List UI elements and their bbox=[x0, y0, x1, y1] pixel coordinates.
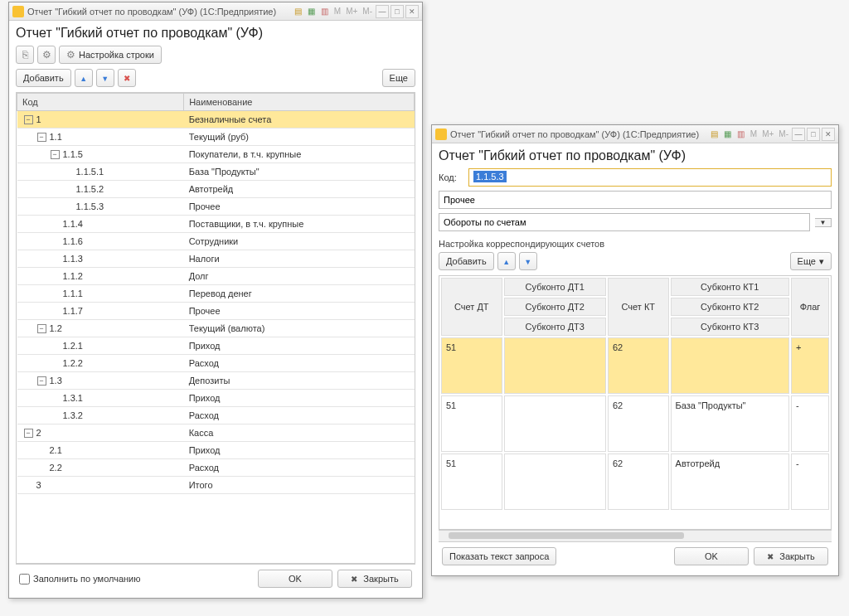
minimize-button[interactable]: — bbox=[376, 5, 389, 18]
minimize-button[interactable]: — bbox=[792, 128, 805, 141]
show-query-button[interactable]: Показать текст запроса bbox=[442, 547, 556, 565]
code-value: 1.1.5.3 bbox=[473, 171, 507, 182]
table-row[interactable]: 1.1.1Перевод денег bbox=[17, 285, 415, 303]
page-icon[interactable]: ▤ bbox=[293, 6, 304, 17]
maximize-button[interactable]: □ bbox=[807, 128, 820, 141]
tree-toggle-icon[interactable]: − bbox=[24, 429, 33, 438]
col-code[interactable]: Код bbox=[17, 94, 184, 111]
row-name: Прочее bbox=[184, 303, 415, 320]
row-code: 2.1 bbox=[50, 445, 62, 455]
col-flag[interactable]: Флаг bbox=[791, 278, 829, 336]
close-button-footer[interactable]: Закрыть bbox=[337, 570, 412, 588]
code-input[interactable]: 1.1.5.3 bbox=[468, 168, 832, 187]
close-button[interactable]: ✕ bbox=[405, 5, 419, 18]
table-row[interactable]: 1.1.7Прочее bbox=[17, 303, 415, 320]
table-row[interactable]: 1.1.5.2Автотрейд bbox=[17, 181, 415, 198]
row-name: Депозиты bbox=[184, 372, 415, 390]
col-sdt1[interactable]: Субконто ДТ1 bbox=[504, 278, 606, 296]
m-button[interactable]: M bbox=[749, 129, 759, 138]
move-up-button[interactable] bbox=[75, 69, 93, 87]
config-button-2[interactable] bbox=[37, 46, 56, 64]
fill-default-checkbox[interactable]: Заполнить по умолчанию bbox=[19, 574, 141, 584]
table-row[interactable]: 1.3.1Приход bbox=[17, 390, 415, 407]
row-settings-button[interactable]: Настройка строки bbox=[59, 46, 162, 64]
accounts-table[interactable]: Счет ДТ Субконто ДТ1 Счет КТ Субконто КТ… bbox=[439, 275, 832, 530]
col-kt[interactable]: Счет КТ bbox=[608, 278, 669, 336]
table-row[interactable]: 5162Автотрейд- bbox=[441, 454, 829, 510]
page-icon[interactable]: ▤ bbox=[709, 129, 720, 140]
more-button[interactable]: Еще bbox=[382, 69, 415, 87]
close-button-footer[interactable]: Закрыть bbox=[754, 547, 828, 565]
cell-dt: 51 bbox=[441, 395, 502, 452]
table-row[interactable]: 1.1.4Поставщики, в т.ч. крупные bbox=[17, 216, 415, 233]
table-row[interactable]: 1.3.2Расход bbox=[17, 407, 415, 424]
row-code: 2 bbox=[36, 428, 41, 438]
table-row[interactable]: −1.1.5Покупатели, в т.ч. крупные bbox=[17, 146, 415, 163]
maximize-button[interactable]: □ bbox=[391, 5, 404, 18]
arrow-up-icon bbox=[502, 256, 510, 266]
table-row[interactable]: 2.2Расход bbox=[17, 459, 415, 477]
m-plus-button[interactable]: M+ bbox=[760, 129, 775, 138]
tree-toggle-icon[interactable]: − bbox=[37, 324, 46, 333]
table-row[interactable]: −2Касса bbox=[17, 424, 415, 442]
table-row[interactable]: 5162База "Продукты"- bbox=[441, 395, 829, 452]
horizontal-scrollbar[interactable] bbox=[439, 530, 832, 541]
table-row[interactable]: −1.1Текущий (руб) bbox=[17, 129, 415, 146]
m-plus-button[interactable]: M+ bbox=[344, 7, 359, 16]
m-minus-button[interactable]: M- bbox=[777, 129, 790, 138]
table-row[interactable]: 1.1.2Долг bbox=[17, 268, 415, 285]
cell-skt: База "Продукты" bbox=[671, 395, 789, 452]
table-row[interactable]: −1Безналичные счета bbox=[17, 111, 415, 129]
table-row[interactable]: 1.2.1Приход bbox=[17, 337, 415, 355]
titlebar[interactable]: Отчет "Гибкий отчет по проводкам" (УФ) (… bbox=[432, 125, 838, 143]
ok-button[interactable]: OK bbox=[258, 570, 332, 588]
m-button[interactable]: M bbox=[332, 7, 342, 16]
row-code: 1.1.6 bbox=[63, 236, 83, 246]
delete-button[interactable] bbox=[118, 69, 136, 87]
config-button-1[interactable] bbox=[16, 46, 34, 64]
window-report-tree: Отчет "Гибкий отчет по проводкам" (УФ) (… bbox=[8, 2, 423, 599]
col-name[interactable]: Наименование bbox=[184, 94, 415, 111]
table-row[interactable]: −1.2Текущий (валюта) bbox=[17, 320, 415, 337]
table-row[interactable]: 3Итого bbox=[17, 477, 415, 494]
table-row[interactable]: −1.3Депозиты bbox=[17, 372, 415, 390]
col-skt2[interactable]: Субконто КТ2 bbox=[671, 298, 789, 316]
move-down-button[interactable] bbox=[519, 252, 537, 270]
col-sdt3[interactable]: Субконто ДТ3 bbox=[504, 318, 606, 336]
row-code: 1.1.5.2 bbox=[76, 184, 104, 194]
more-button[interactable]: Еще ▾ bbox=[790, 252, 832, 270]
tree-table[interactable]: Код Наименование −1Безналичные счета−1.1… bbox=[16, 92, 415, 564]
add-button[interactable]: Добавить bbox=[16, 69, 71, 87]
tree-toggle-icon[interactable]: − bbox=[37, 376, 46, 386]
tree-toggle-icon[interactable]: − bbox=[37, 133, 46, 142]
m-minus-button[interactable]: M- bbox=[361, 7, 374, 16]
mode-select[interactable] bbox=[439, 213, 810, 231]
calendar-icon[interactable]: ▦ bbox=[306, 6, 318, 17]
section-label: Настройка корреспондирующих счетов bbox=[439, 239, 832, 249]
table-row[interactable]: 5162+ bbox=[441, 337, 829, 394]
table-row[interactable]: 1.1.5.3Прочее bbox=[17, 198, 415, 216]
add-button[interactable]: Добавить bbox=[439, 252, 494, 270]
dropdown-toggle[interactable]: ▼ bbox=[815, 218, 832, 227]
ok-button[interactable]: OK bbox=[674, 547, 749, 565]
table-row[interactable]: 2.1Приход bbox=[17, 442, 415, 459]
col-skt3[interactable]: Субконто КТ3 bbox=[671, 318, 789, 336]
move-down-button[interactable] bbox=[96, 69, 114, 87]
table-row[interactable]: 1.1.5.1База "Продукты" bbox=[17, 163, 415, 181]
col-dt[interactable]: Счет ДТ bbox=[441, 278, 502, 336]
name-input[interactable] bbox=[439, 191, 832, 209]
calc-icon[interactable]: ▥ bbox=[735, 129, 747, 140]
col-skt1[interactable]: Субконто КТ1 bbox=[671, 278, 789, 296]
titlebar[interactable]: Отчет "Гибкий отчет по проводкам" (УФ) (… bbox=[9, 2, 422, 21]
table-row[interactable]: 1.1.3Налоги bbox=[17, 250, 415, 268]
table-row[interactable]: 1.1.6Сотрудники bbox=[17, 233, 415, 250]
move-up-button[interactable] bbox=[497, 252, 516, 270]
calc-icon[interactable]: ▥ bbox=[319, 6, 331, 17]
col-sdt2[interactable]: Субконто ДТ2 bbox=[504, 298, 606, 316]
calendar-icon[interactable]: ▦ bbox=[722, 129, 734, 140]
tree-toggle-icon[interactable]: − bbox=[24, 115, 33, 124]
close-button[interactable]: ✕ bbox=[822, 128, 835, 141]
tree-toggle-icon[interactable]: − bbox=[51, 150, 60, 159]
fill-default-input[interactable] bbox=[19, 574, 30, 584]
table-row[interactable]: 1.2.2Расход bbox=[17, 355, 415, 372]
